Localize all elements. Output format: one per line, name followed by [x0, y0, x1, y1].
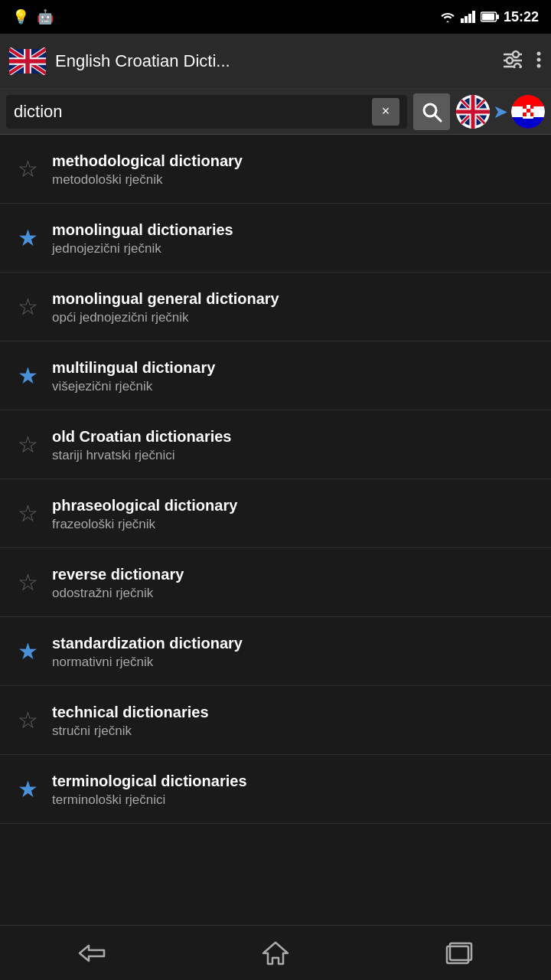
dict-text-4: multilingual dictionaryvišejezični rječn… — [46, 358, 542, 394]
svg-rect-39 — [527, 109, 530, 113]
dict-translation-8: normativni rječnik — [52, 655, 542, 670]
svg-point-11 — [513, 51, 519, 57]
search-input[interactable] — [14, 102, 372, 122]
star-filled-icon: ★ — [18, 224, 38, 251]
star-button-2[interactable]: ★ — [9, 220, 46, 256]
uk-flag — [9, 47, 46, 75]
recents-button[interactable] — [421, 930, 497, 976]
dict-item-3[interactable]: ☆monolingual general dictionaryopći jedn… — [0, 273, 551, 341]
svg-rect-37 — [530, 105, 533, 109]
dict-translation-7: odostražni rječnik — [52, 586, 542, 601]
dict-translation-10: terminološki rječnici — [52, 792, 542, 808]
dict-text-8: standardization dictionarynormativni rje… — [46, 633, 542, 670]
status-right-icons: 15:22 — [439, 9, 539, 25]
svg-rect-35 — [523, 105, 527, 109]
dict-text-10: terminological dictionariesterminološki … — [46, 771, 542, 808]
star-empty-icon: ☆ — [18, 431, 38, 458]
dict-name-9: technical dictionaries — [52, 702, 542, 722]
svg-point-12 — [507, 57, 513, 64]
lang-arrow-icon: ➤ — [493, 101, 508, 122]
star-button-4[interactable]: ★ — [9, 358, 46, 394]
dict-name-5: old Croatian dictionaries — [52, 426, 542, 446]
back-button[interactable] — [54, 930, 130, 976]
dict-item-9[interactable]: ☆technical dictionariesstručni rječnik — [0, 686, 551, 755]
dict-text-9: technical dictionariesstručni rječnik — [46, 702, 542, 739]
android-icon: 🤖 — [37, 8, 54, 25]
app-bar: English Croatian Dicti... — [0, 34, 551, 89]
svg-rect-2 — [468, 14, 471, 23]
dict-translation-3: opći jednojezični rječnik — [52, 310, 542, 325]
home-button[interactable] — [237, 930, 314, 976]
star-filled-icon: ★ — [18, 638, 38, 665]
app-bar-icons — [502, 50, 542, 73]
sliders-icon[interactable] — [502, 50, 523, 73]
dict-item-1[interactable]: ☆methodological dictionarymetodološki rj… — [0, 135, 551, 204]
svg-rect-42 — [527, 113, 530, 116]
star-empty-icon: ☆ — [18, 155, 38, 182]
svg-point-13 — [514, 64, 520, 68]
star-filled-icon: ★ — [18, 362, 38, 389]
star-empty-icon: ☆ — [18, 569, 38, 596]
dict-text-7: reverse dictionaryodostražni rječnik — [46, 564, 542, 601]
search-button[interactable] — [413, 93, 450, 130]
svg-rect-40 — [530, 109, 533, 113]
dict-name-2: monolingual dictionaries — [52, 220, 542, 240]
status-left-icons: 💡 🤖 — [12, 8, 54, 25]
status-time: 15:22 — [504, 9, 539, 25]
svg-point-14 — [537, 51, 541, 55]
svg-point-15 — [537, 57, 541, 61]
svg-rect-5 — [497, 15, 499, 19]
svg-rect-3 — [472, 11, 475, 23]
bottom-nav — [0, 925, 551, 980]
app-title: English Croatian Dicti... — [55, 51, 493, 71]
star-button-10[interactable]: ★ — [9, 771, 46, 808]
dict-translation-4: višejezični rječnik — [52, 379, 542, 394]
dict-translation-5: stariji hrvatski rječnici — [52, 448, 542, 463]
dict-translation-6: frazeološki rječnik — [52, 517, 542, 532]
list-spacer — [0, 824, 551, 885]
source-lang-uk-flag[interactable] — [456, 95, 490, 129]
star-button-7[interactable]: ☆ — [9, 564, 46, 601]
star-button-9[interactable]: ☆ — [9, 702, 46, 739]
svg-rect-43 — [530, 113, 533, 116]
dict-name-6: phraseological dictionary — [52, 495, 542, 515]
svg-rect-6 — [482, 14, 494, 21]
lang-flags: ➤ — [456, 95, 545, 129]
dictionary-list: ☆methodological dictionarymetodološki rj… — [0, 135, 551, 824]
status-bar: 💡 🤖 15:22 — [0, 0, 551, 34]
wifi-icon — [439, 11, 456, 23]
star-empty-icon: ☆ — [18, 500, 38, 527]
svg-rect-36 — [527, 105, 530, 109]
svg-rect-0 — [461, 18, 464, 23]
dict-text-2: monolingual dictionariesjednojezični rje… — [46, 220, 542, 256]
star-button-5[interactable]: ☆ — [9, 426, 46, 463]
dict-item-10[interactable]: ★terminological dictionariesterminološki… — [0, 755, 551, 824]
svg-rect-41 — [523, 113, 527, 116]
dict-text-5: old Croatian dictionariesstariji hrvatsk… — [46, 426, 542, 463]
star-button-8[interactable]: ★ — [9, 633, 46, 670]
dict-item-4[interactable]: ★multilingual dictionaryvišejezični rječ… — [0, 341, 551, 410]
dict-text-1: methodological dictionarymetodološki rje… — [46, 151, 542, 188]
dict-item-7[interactable]: ☆reverse dictionaryodostražni rječnik — [0, 548, 551, 617]
dict-translation-1: metodološki rječnik — [52, 172, 542, 188]
signal-icon — [461, 11, 476, 23]
clear-button[interactable]: × — [372, 98, 399, 126]
svg-rect-1 — [465, 16, 468, 23]
dict-item-2[interactable]: ★monolingual dictionariesjednojezični rj… — [0, 204, 551, 273]
battery-icon — [481, 11, 499, 22]
dots-icon[interactable] — [536, 51, 542, 72]
dict-item-6[interactable]: ☆phraseological dictionaryfrazeološki rj… — [0, 479, 551, 548]
target-lang-hr-flag[interactable] — [511, 95, 545, 129]
star-empty-icon: ☆ — [18, 707, 38, 733]
star-button-1[interactable]: ☆ — [9, 151, 46, 188]
star-button-6[interactable]: ☆ — [9, 495, 46, 532]
dict-translation-2: jednojezični rječnik — [52, 241, 542, 256]
dict-item-5[interactable]: ☆old Croatian dictionariesstariji hrvats… — [0, 410, 551, 479]
dict-name-1: methodological dictionary — [52, 151, 542, 171]
dict-name-4: multilingual dictionary — [52, 358, 542, 377]
dict-item-8[interactable]: ★standardization dictionarynormativni rj… — [0, 617, 551, 686]
star-button-3[interactable]: ☆ — [9, 289, 46, 325]
star-filled-icon: ★ — [18, 776, 38, 802]
dict-translation-9: stručni rječnik — [52, 724, 542, 739]
search-icon — [421, 101, 442, 122]
